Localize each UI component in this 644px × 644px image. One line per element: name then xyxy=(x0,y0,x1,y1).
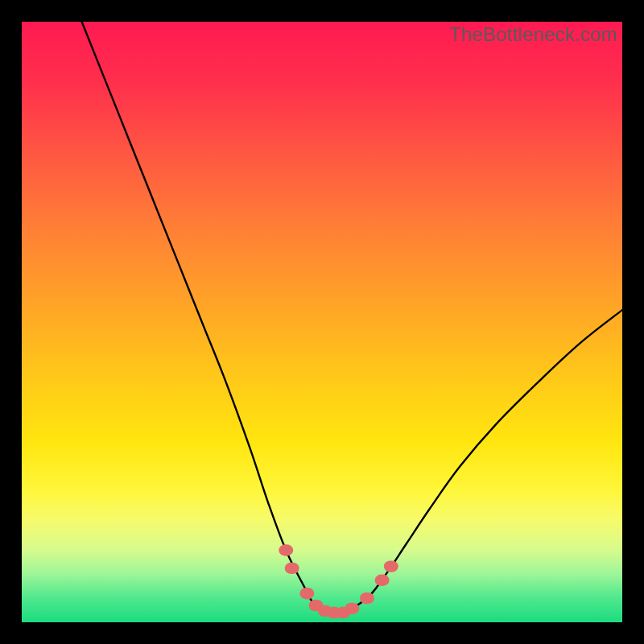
highlight-markers xyxy=(22,22,622,622)
highlight-dot xyxy=(375,575,390,586)
highlight-dot xyxy=(285,563,299,574)
highlight-dot xyxy=(360,592,374,604)
chart-frame: TheBottleneck.com xyxy=(0,0,644,644)
highlight-dot xyxy=(279,544,293,555)
plot-area: TheBottleneck.com xyxy=(22,22,622,622)
watermark-text: TheBottleneck.com xyxy=(449,23,617,46)
highlight-dot xyxy=(384,560,398,572)
highlight-dot xyxy=(299,588,314,599)
highlight-dot xyxy=(345,603,359,614)
